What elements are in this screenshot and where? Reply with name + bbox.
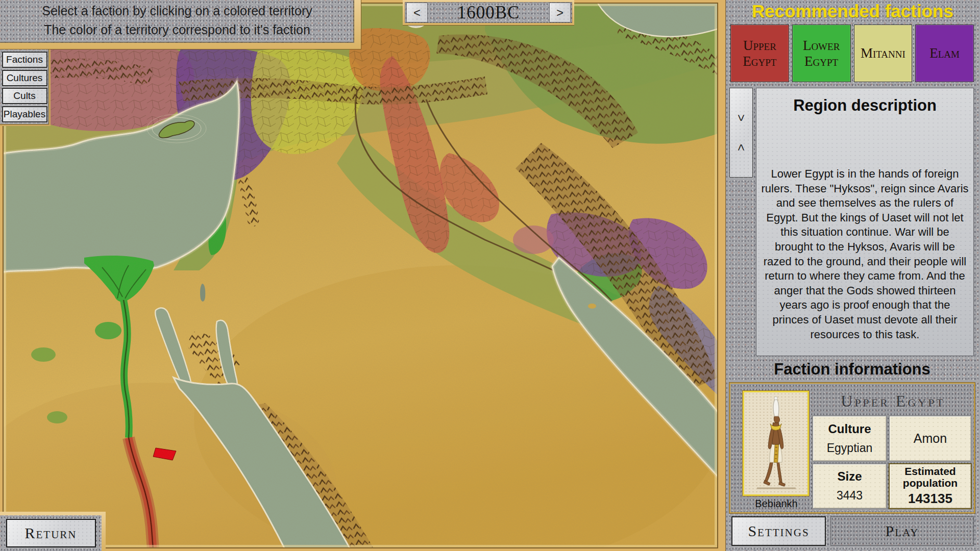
faction-info-panel: Faction informations [729,360,975,513]
next-date-button[interactable]: > [549,3,571,22]
region-description-text: Lower Egypt is in the hands of foreign r… [761,167,969,342]
instruction-line1: Select a faction by clicking on a colore… [0,0,354,18]
faction-swatch-label: Lower Egypt [794,38,849,68]
world-map[interactable] [0,0,721,551]
date-selector: < 1600BC > [403,0,574,25]
instruction-line2: The color of a territory correspond to i… [0,18,354,37]
faction-swatch-lower-egypt[interactable]: Lower Egypt [792,24,851,82]
sidebar-item-cults[interactable]: Cults [2,88,47,104]
faction-name: Upper Egypt [816,392,970,411]
previous-date-button[interactable]: < [406,3,428,22]
region-description-title: Region description [756,96,973,115]
return-frame: Return [0,512,106,551]
culture-value: Egyptian [827,441,873,455]
chevron-left-icon: < [734,144,748,151]
sidebar-item-cultures[interactable]: Cultures [2,70,47,86]
culture-label: Culture [828,422,871,436]
faction-swatch-upper-egypt[interactable]: Upper Egypt [730,24,789,82]
map-mode-sidebar: Factions Cultures Cults Playables [0,49,51,126]
religion-value: Amon [914,431,947,446]
population-cell: Estimated population 143135 [889,463,972,510]
population-value: 143135 [908,491,952,507]
faction-swatch-label: Upper Egypt [732,38,788,68]
faction-swatches: Upper Egypt Lower Egypt Mitanni Elam [730,24,974,82]
right-panel: Recommended factions Upper Egypt Lower E… [721,0,980,551]
size-label: Size [837,469,862,484]
current-date: 1600BC [429,3,548,23]
population-label: Estimated population [890,465,971,489]
faction-select-screen: Select a faction by clicking on a colore… [0,0,980,551]
size-cell: Size 3443 [812,463,887,510]
sidebar-item-factions[interactable]: Factions [2,52,47,68]
faction-swatch-label: Elam [929,45,960,61]
instruction-panel: Select a faction by clicking on a colore… [0,0,361,49]
faction-info-box: Bebiankh Upper Egypt Culture Egyptian Am… [729,383,975,513]
region-description-panel: Region description Lower Egypt is in the… [756,88,974,356]
pharaoh-figure-icon [746,395,806,494]
sidebar-item-playables[interactable]: Playables [2,106,47,122]
play-button[interactable]: Play [830,516,974,546]
recommended-factions-title: Recommended factions [725,1,980,21]
leader-name: Bebiankh [730,498,822,510]
culture-cell: Culture Egyptian [812,415,887,462]
size-value: 3443 [837,489,863,503]
chevron-right-icon: > [734,114,748,121]
map-texture [0,0,721,551]
leader-portrait [743,391,809,496]
faction-swatch-elam[interactable]: Elam [915,24,974,82]
settings-button[interactable]: Settings [731,516,826,546]
return-button[interactable]: Return [6,519,96,547]
faction-info-title: Faction informations [729,360,975,379]
description-collapse-tab[interactable]: > < [729,88,753,178]
faction-swatch-label: Mitanni [861,45,905,61]
faction-swatch-mitanni[interactable]: Mitanni [854,24,913,82]
religion-cell: Amon [889,415,972,462]
